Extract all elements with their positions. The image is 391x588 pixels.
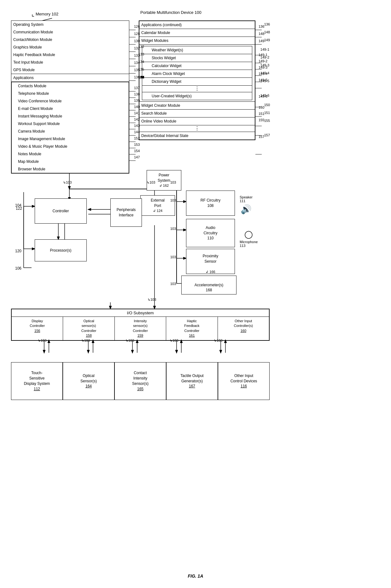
optical-sensor-cell: OpticalSensor(s) 164 (63, 362, 114, 400)
contact-row: Contact/Motion Module 130 (11, 36, 129, 43)
other-input-ref: 116 (241, 384, 247, 389)
app-ref-139: 139 (134, 99, 140, 102)
app-ref-137: 137 (134, 86, 140, 90)
mem-ref-132: 132 (134, 46, 140, 50)
applications-outer: Applications 136 Contacts Module 137 Tel… (11, 74, 129, 174)
bottom-cells-container: Touch-SensitiveDisplay System 112 Optica… (11, 362, 270, 400)
speaker-icon: 🔊 (241, 204, 252, 214)
bus-ref-accel: 103 (170, 282, 176, 286)
pmd-ref-149-3: 149-3 (259, 66, 267, 69)
io-subsystem-box: I/O Subsystem Display Controller 156 Opt… (11, 309, 270, 341)
bus-ref-audio: 103 (170, 227, 176, 231)
microphone-icon: ◯ (244, 230, 253, 239)
pmd-ref-148: 148 (259, 32, 264, 36)
bus-ref-prox: 103 (170, 255, 176, 259)
bus-ref-io: ↳103 (148, 298, 156, 302)
bus-ref-top2: ↳103 (147, 180, 155, 185)
gps-row: GPS Module 135 (11, 66, 129, 74)
external-ref: ↲ 124 (153, 208, 162, 213)
contacts-row: Contacts Module 137 (11, 82, 129, 90)
mem-ref-130: 130 (134, 39, 140, 43)
text-input-row: Text Input Module 134 (11, 59, 129, 66)
external-port-box: External Port ↲ 124 (140, 195, 175, 216)
display-controller-cell: Display Controller 156 (12, 317, 63, 340)
other-input-controller-cell: Other Input Controller(s) 160 (218, 317, 269, 340)
ref-106: 106 (15, 266, 21, 271)
other-input-devices-cell: Other InputControl Devices 116 (218, 362, 270, 400)
speaker-label: Speaker 111 (240, 195, 253, 203)
comm-row: Communication Module 128 (11, 28, 129, 36)
app-ref-153: 153 (134, 143, 140, 146)
touch-display-cell: Touch-SensitiveDisplay System 112 (11, 362, 63, 400)
controller-box: Controller (35, 198, 87, 224)
io-arrow-ref-4: ↳103 (170, 339, 178, 343)
video-music-row: Video & Music Player Module 152 (11, 143, 129, 150)
microphone-area: ◯ Microphone 113 (240, 230, 258, 248)
memory-box: Operating System Communication Module 12… (11, 20, 129, 174)
app-ref-147: 147 (134, 155, 140, 159)
image-mgmt-row: Image Management Module 144 (11, 135, 129, 143)
peripherals-interface-box: Peripherals Interface (110, 198, 142, 227)
haptic-row: Haptic Feedback Module 133 (11, 51, 129, 59)
tactile-output-cell: Tactile OutputGenerator(s) 167 (166, 362, 218, 400)
app-ref-138: 138 (134, 92, 140, 96)
apps-continued: Applications (continued) 136 (139, 21, 255, 29)
app-ref-142: 142 (134, 117, 140, 121)
touch-display-ref: 112 (34, 386, 40, 392)
widget-modules-header: Widget Modules 149 (139, 37, 255, 45)
app-ref-154: 154 (134, 149, 140, 153)
io-arrow-ref-5: ↳103 (214, 339, 222, 343)
app-ref-141: 141 (134, 111, 140, 115)
calendar-row: Calendar Module 148 (139, 29, 255, 37)
pmd-ref-136: 136 (259, 25, 264, 28)
io-arrow-ref-2: ↳103 (81, 339, 90, 343)
proximity-sensor-box: Proximity Sensor ↲ 166 (186, 249, 235, 274)
widget-subbox: Weather Widget(s) 149-1 Stocks Widget 14… (142, 46, 252, 100)
optical-sensor-ref: 164 (85, 384, 92, 389)
memory-label: ⌞ Memory 102 (32, 10, 58, 18)
graphics-row: Graphics Module 132 (11, 43, 129, 51)
figure-label: FIG. 1A (188, 574, 203, 579)
pmd-ref-149-6: 149-6 (259, 94, 267, 98)
pmd-ref-151: 151 (259, 112, 264, 116)
pmd-ref-157: 157 (259, 135, 264, 139)
io-arrow-ref-3: ↳103 (125, 339, 134, 343)
bus-ref-top: ↳103 (63, 180, 72, 185)
mem-ref-133: 133 (134, 54, 140, 57)
bus-ref-top3: 103 (170, 180, 176, 184)
app-ref-140: 140 (134, 105, 140, 109)
tactile-output-ref: 167 (189, 384, 195, 389)
mem-ref-128: 128 (134, 32, 140, 36)
ref-122: 122 (16, 206, 22, 211)
pmd-dots: ⋮ (139, 125, 255, 132)
widget-modules-section: Widget Modules 149 Weather Widget(s) 149… (139, 37, 255, 102)
email-row: E-mail Client Module 140 (11, 105, 129, 112)
speaker-area: Speaker 111 🔊 (240, 195, 253, 214)
weather-widget: Weather Widget(s) 149-1 (142, 46, 252, 54)
applications-header: Applications 136 (11, 74, 129, 82)
pmd-ref-149-2: 149-2 (259, 59, 267, 63)
bus-ref-rf: 103 (170, 198, 176, 202)
video-conf-row: Video Conference Module 139 (11, 97, 129, 105)
pmd-ref-155: 155 (259, 118, 264, 122)
app-ref-152: 152 (134, 136, 140, 140)
microphone-label: Microphone 113 (240, 240, 258, 248)
search-module-row: Search Module 151 (139, 110, 255, 117)
os-row: Operating System (11, 20, 129, 28)
power-ref: ↲ 162 (159, 183, 169, 188)
widget-creator-row: Widget Creator Module 150 (139, 102, 255, 110)
optical-sensor-controller-cell: Optical sensor(s) Controller 158 (63, 317, 114, 340)
accelerometer-box: Accelerometer(s) 168 (181, 276, 236, 294)
mem-ref-136-mem: 136 (134, 75, 140, 79)
mem-ref-134: 134 (134, 61, 140, 65)
pmd-ref-150: 150 (259, 106, 264, 109)
dictionary-widget: Dictionary Widget 149-5 (142, 78, 252, 86)
stocks-widget: Stocks Widget 149-2 (142, 54, 252, 62)
intensity-sensor-controller-cell: Intensity sensor(s) Controller 159 (115, 317, 166, 340)
contact-intensity-ref: 165 (137, 386, 143, 392)
haptic-feedback-controller-cell: Haptic Feedback Controller 161 (166, 317, 218, 340)
io-arrow-ref-1: ↳103 (38, 339, 46, 343)
mem-ref-126: 126 (134, 25, 140, 28)
io-subsystem-label: I/O Subsystem (12, 309, 269, 317)
mem-ref-135: 135 (134, 68, 140, 72)
